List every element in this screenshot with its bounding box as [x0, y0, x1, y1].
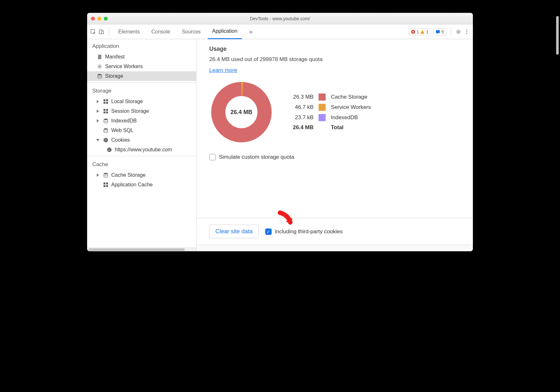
- expand-triangle-icon[interactable]: [97, 110, 99, 113]
- clear-site-data-button[interactable]: Clear site data: [209, 225, 259, 238]
- svg-rect-12: [104, 99, 105, 101]
- database-icon: [103, 172, 109, 178]
- database-icon: [103, 128, 109, 133]
- sidebar-item-cookie-origin[interactable]: https://www.youtube.com: [87, 145, 196, 155]
- sidebar-item-label: Session Storage: [111, 108, 149, 114]
- titlebar: DevTools - www.youtube.com/: [87, 13, 473, 24]
- grid-icon: [103, 182, 109, 188]
- svg-point-25: [106, 140, 106, 141]
- sidebar-item-label: IndexedDB: [111, 118, 137, 124]
- simulate-quota-label: Simulate custom storage quota: [219, 154, 294, 160]
- cookie-icon: [106, 147, 112, 153]
- cookie-icon: [103, 137, 109, 143]
- expand-triangle-icon[interactable]: [96, 139, 100, 141]
- divider: [87, 156, 196, 156]
- svg-point-32: [104, 173, 108, 174]
- sidebar-item-cache-storage[interactable]: Cache Storage: [87, 170, 196, 180]
- sidebar-horizontal-scrollbar[interactable]: [87, 247, 196, 251]
- legend-label: Service Workers: [331, 104, 371, 111]
- tab-overflow[interactable]: »: [244, 24, 257, 39]
- legend-swatch: [319, 94, 326, 101]
- svg-rect-2: [102, 31, 104, 34]
- inspect-icon[interactable]: [90, 29, 96, 35]
- sidebar-item-label: Cookies: [111, 137, 130, 143]
- svg-point-21: [104, 128, 108, 130]
- legend-label: IndexedDB: [331, 114, 371, 121]
- svg-rect-4: [436, 30, 440, 33]
- gear-icon: [97, 64, 103, 69]
- sidebar-item-label: Storage: [105, 73, 123, 79]
- database-icon: [103, 118, 109, 124]
- tab-elements[interactable]: Elements: [114, 24, 144, 39]
- third-party-cookies-checkbox[interactable]: ✓: [265, 228, 272, 235]
- devtools-toolbar: Elements Console Sources Application » 1…: [87, 24, 473, 39]
- simulate-quota-checkbox[interactable]: [209, 154, 216, 160]
- sidebar-item-label: Manifest: [105, 54, 124, 60]
- sidebar-item-indexeddb[interactable]: IndexedDB: [87, 116, 196, 126]
- legend-size: 23.7 kB: [293, 114, 313, 121]
- svg-rect-18: [104, 111, 105, 113]
- expand-triangle-icon[interactable]: [97, 119, 99, 122]
- tab-sources[interactable]: Sources: [177, 24, 205, 39]
- svg-point-29: [110, 148, 110, 149]
- donut-center-label: 26.4 MB: [230, 109, 252, 116]
- settings-gear-icon[interactable]: [456, 29, 461, 35]
- sidebar-item-label: Application Cache: [111, 182, 153, 188]
- legend-total-size: 26.4 MB: [293, 124, 313, 131]
- usage-row: 26.4 MB 26.3 MB Cache Storage 46.7 kB Se…: [209, 80, 460, 144]
- sidebar-item-manifest[interactable]: Manifest: [87, 52, 196, 62]
- svg-point-7: [466, 31, 467, 32]
- console-status-badge[interactable]: 1 1: [409, 28, 431, 35]
- main-scroll: Usage 26.4 MB used out of 299978 MB stor…: [196, 39, 473, 218]
- divider: [87, 82, 196, 83]
- svg-rect-14: [104, 102, 105, 104]
- svg-rect-13: [106, 99, 108, 101]
- scrollbar-thumb[interactable]: [88, 248, 185, 251]
- third-party-cookies-row: ✓ including third-party cookies: [265, 228, 343, 235]
- messages-badge[interactable]: 5: [433, 28, 446, 35]
- toolbar-right: 1 1 5: [409, 28, 470, 36]
- svg-point-23: [104, 139, 105, 140]
- learn-more-link[interactable]: Learn more: [209, 67, 237, 73]
- message-count: 5: [441, 29, 444, 34]
- svg-point-30: [109, 150, 110, 151]
- svg-point-31: [108, 150, 109, 151]
- svg-point-27: [107, 147, 112, 152]
- sidebar-item-label: Local Storage: [111, 99, 143, 104]
- sidebar-item-session-storage[interactable]: Session Storage: [87, 106, 196, 116]
- file-icon: [97, 54, 103, 60]
- svg-rect-19: [106, 111, 108, 113]
- legend-swatch: [319, 114, 326, 121]
- svg-point-20: [104, 119, 108, 120]
- empty-bottom-panel: [196, 245, 473, 251]
- svg-rect-17: [106, 109, 108, 111]
- svg-point-22: [104, 138, 108, 142]
- sidebar-item-application-cache[interactable]: Application Cache: [87, 180, 196, 190]
- svg-rect-34: [106, 183, 108, 184]
- sidebar-item-cookies[interactable]: Cookies: [87, 135, 196, 145]
- section-header-cache: Cache: [87, 157, 196, 170]
- svg-point-8: [466, 33, 467, 34]
- message-icon: [436, 30, 440, 34]
- svg-point-24: [106, 139, 107, 139]
- third-party-cookies-label: including third-party cookies: [275, 228, 343, 235]
- expand-triangle-icon[interactable]: [97, 100, 99, 103]
- expand-triangle-icon[interactable]: [97, 174, 99, 177]
- tab-application[interactable]: Application: [208, 24, 242, 39]
- database-icon: [97, 73, 103, 79]
- legend-swatch: [319, 104, 326, 111]
- svg-point-10: [99, 66, 101, 67]
- content: Application Manifest Service Workers Sto…: [87, 39, 473, 251]
- error-icon: [411, 30, 415, 34]
- legend-label: Cache Storage: [331, 94, 371, 100]
- svg-point-6: [466, 30, 467, 31]
- svg-rect-35: [104, 185, 105, 187]
- kebab-menu-icon[interactable]: [464, 29, 470, 35]
- sidebar-item-service-workers[interactable]: Service Workers: [87, 62, 196, 71]
- sidebar-item-storage[interactable]: Storage: [87, 71, 196, 81]
- device-toggle-icon[interactable]: [99, 29, 104, 35]
- tab-console[interactable]: Console: [147, 24, 175, 39]
- sidebar-item-websql[interactable]: Web SQL: [87, 126, 196, 135]
- sidebar-item-local-storage[interactable]: Local Storage: [87, 97, 196, 106]
- warning-count: 1: [426, 29, 429, 34]
